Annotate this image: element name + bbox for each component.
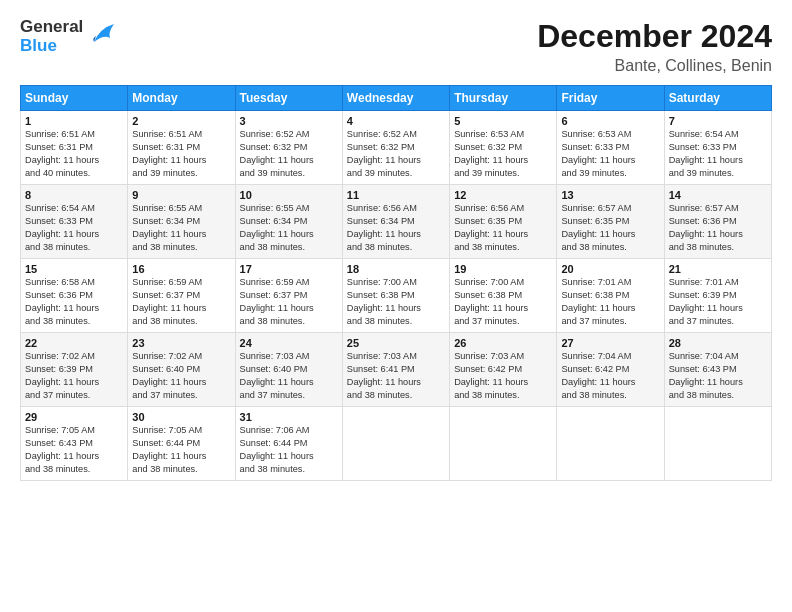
day-number: 11	[347, 189, 445, 201]
calendar-day-cell: 18Sunrise: 7:00 AMSunset: 6:38 PMDayligh…	[342, 259, 449, 333]
calendar-day-header: Saturday	[664, 86, 771, 111]
day-number: 21	[669, 263, 767, 275]
day-number: 4	[347, 115, 445, 127]
calendar-day-cell: 5Sunrise: 6:53 AMSunset: 6:32 PMDaylight…	[450, 111, 557, 185]
day-info: Sunrise: 7:02 AMSunset: 6:39 PMDaylight:…	[25, 350, 123, 402]
day-number: 8	[25, 189, 123, 201]
day-info: Sunrise: 6:59 AMSunset: 6:37 PMDaylight:…	[240, 276, 338, 328]
logo: General Blue	[20, 18, 118, 55]
day-info: Sunrise: 7:03 AMSunset: 6:40 PMDaylight:…	[240, 350, 338, 402]
day-info: Sunrise: 6:56 AMSunset: 6:34 PMDaylight:…	[347, 202, 445, 254]
calendar-week-row: 29Sunrise: 7:05 AMSunset: 6:43 PMDayligh…	[21, 407, 772, 481]
day-info: Sunrise: 6:57 AMSunset: 6:35 PMDaylight:…	[561, 202, 659, 254]
logo-bird-icon	[86, 18, 118, 55]
logo-text-line2: Blue	[20, 37, 83, 56]
day-number: 12	[454, 189, 552, 201]
day-number: 9	[132, 189, 230, 201]
day-info: Sunrise: 7:01 AMSunset: 6:38 PMDaylight:…	[561, 276, 659, 328]
calendar-day-cell: 22Sunrise: 7:02 AMSunset: 6:39 PMDayligh…	[21, 333, 128, 407]
day-number: 29	[25, 411, 123, 423]
calendar-day-header: Friday	[557, 86, 664, 111]
calendar-day-cell: 15Sunrise: 6:58 AMSunset: 6:36 PMDayligh…	[21, 259, 128, 333]
calendar-day-cell: 13Sunrise: 6:57 AMSunset: 6:35 PMDayligh…	[557, 185, 664, 259]
calendar-day-cell: 3Sunrise: 6:52 AMSunset: 6:32 PMDaylight…	[235, 111, 342, 185]
header: General Blue December 2024 Bante, Collin…	[20, 18, 772, 75]
day-info: Sunrise: 7:05 AMSunset: 6:43 PMDaylight:…	[25, 424, 123, 476]
title-section: December 2024 Bante, Collines, Benin	[537, 18, 772, 75]
calendar-day-cell	[342, 407, 449, 481]
day-info: Sunrise: 6:51 AMSunset: 6:31 PMDaylight:…	[132, 128, 230, 180]
day-info: Sunrise: 6:57 AMSunset: 6:36 PMDaylight:…	[669, 202, 767, 254]
calendar-day-cell: 30Sunrise: 7:05 AMSunset: 6:44 PMDayligh…	[128, 407, 235, 481]
day-number: 13	[561, 189, 659, 201]
day-info: Sunrise: 6:54 AMSunset: 6:33 PMDaylight:…	[25, 202, 123, 254]
day-number: 20	[561, 263, 659, 275]
calendar-day-cell	[450, 407, 557, 481]
calendar-day-cell: 1Sunrise: 6:51 AMSunset: 6:31 PMDaylight…	[21, 111, 128, 185]
day-info: Sunrise: 6:52 AMSunset: 6:32 PMDaylight:…	[240, 128, 338, 180]
day-number: 22	[25, 337, 123, 349]
day-number: 17	[240, 263, 338, 275]
day-number: 25	[347, 337, 445, 349]
day-number: 28	[669, 337, 767, 349]
calendar-header-row: SundayMondayTuesdayWednesdayThursdayFrid…	[21, 86, 772, 111]
calendar-day-cell: 28Sunrise: 7:04 AMSunset: 6:43 PMDayligh…	[664, 333, 771, 407]
day-info: Sunrise: 6:58 AMSunset: 6:36 PMDaylight:…	[25, 276, 123, 328]
calendar-day-header: Monday	[128, 86, 235, 111]
calendar-day-cell: 29Sunrise: 7:05 AMSunset: 6:43 PMDayligh…	[21, 407, 128, 481]
day-number: 10	[240, 189, 338, 201]
day-number: 5	[454, 115, 552, 127]
day-number: 16	[132, 263, 230, 275]
calendar-day-cell	[557, 407, 664, 481]
day-number: 23	[132, 337, 230, 349]
day-info: Sunrise: 7:05 AMSunset: 6:44 PMDaylight:…	[132, 424, 230, 476]
day-info: Sunrise: 6:52 AMSunset: 6:32 PMDaylight:…	[347, 128, 445, 180]
day-info: Sunrise: 7:04 AMSunset: 6:43 PMDaylight:…	[669, 350, 767, 402]
calendar-week-row: 15Sunrise: 6:58 AMSunset: 6:36 PMDayligh…	[21, 259, 772, 333]
day-info: Sunrise: 6:55 AMSunset: 6:34 PMDaylight:…	[132, 202, 230, 254]
day-info: Sunrise: 7:03 AMSunset: 6:41 PMDaylight:…	[347, 350, 445, 402]
calendar-day-cell: 20Sunrise: 7:01 AMSunset: 6:38 PMDayligh…	[557, 259, 664, 333]
calendar-day-cell: 8Sunrise: 6:54 AMSunset: 6:33 PMDaylight…	[21, 185, 128, 259]
calendar-day-cell: 2Sunrise: 6:51 AMSunset: 6:31 PMDaylight…	[128, 111, 235, 185]
calendar-day-cell	[664, 407, 771, 481]
calendar-day-cell: 6Sunrise: 6:53 AMSunset: 6:33 PMDaylight…	[557, 111, 664, 185]
day-info: Sunrise: 6:53 AMSunset: 6:33 PMDaylight:…	[561, 128, 659, 180]
day-info: Sunrise: 7:01 AMSunset: 6:39 PMDaylight:…	[669, 276, 767, 328]
calendar-day-cell: 10Sunrise: 6:55 AMSunset: 6:34 PMDayligh…	[235, 185, 342, 259]
day-number: 15	[25, 263, 123, 275]
day-number: 27	[561, 337, 659, 349]
calendar-day-cell: 14Sunrise: 6:57 AMSunset: 6:36 PMDayligh…	[664, 185, 771, 259]
calendar-week-row: 1Sunrise: 6:51 AMSunset: 6:31 PMDaylight…	[21, 111, 772, 185]
day-number: 7	[669, 115, 767, 127]
calendar-day-header: Thursday	[450, 86, 557, 111]
calendar-day-header: Tuesday	[235, 86, 342, 111]
calendar-week-row: 8Sunrise: 6:54 AMSunset: 6:33 PMDaylight…	[21, 185, 772, 259]
calendar-day-cell: 4Sunrise: 6:52 AMSunset: 6:32 PMDaylight…	[342, 111, 449, 185]
day-number: 24	[240, 337, 338, 349]
calendar-day-cell: 25Sunrise: 7:03 AMSunset: 6:41 PMDayligh…	[342, 333, 449, 407]
calendar-day-cell: 21Sunrise: 7:01 AMSunset: 6:39 PMDayligh…	[664, 259, 771, 333]
logo-text-line1: General	[20, 18, 83, 37]
day-info: Sunrise: 6:51 AMSunset: 6:31 PMDaylight:…	[25, 128, 123, 180]
calendar-day-cell: 9Sunrise: 6:55 AMSunset: 6:34 PMDaylight…	[128, 185, 235, 259]
calendar-day-cell: 17Sunrise: 6:59 AMSunset: 6:37 PMDayligh…	[235, 259, 342, 333]
calendar-day-header: Wednesday	[342, 86, 449, 111]
day-info: Sunrise: 7:02 AMSunset: 6:40 PMDaylight:…	[132, 350, 230, 402]
subtitle: Bante, Collines, Benin	[537, 57, 772, 75]
calendar-day-cell: 16Sunrise: 6:59 AMSunset: 6:37 PMDayligh…	[128, 259, 235, 333]
calendar-day-cell: 11Sunrise: 6:56 AMSunset: 6:34 PMDayligh…	[342, 185, 449, 259]
calendar-week-row: 22Sunrise: 7:02 AMSunset: 6:39 PMDayligh…	[21, 333, 772, 407]
day-number: 19	[454, 263, 552, 275]
calendar-day-cell: 24Sunrise: 7:03 AMSunset: 6:40 PMDayligh…	[235, 333, 342, 407]
day-info: Sunrise: 6:54 AMSunset: 6:33 PMDaylight:…	[669, 128, 767, 180]
day-info: Sunrise: 7:04 AMSunset: 6:42 PMDaylight:…	[561, 350, 659, 402]
day-info: Sunrise: 6:55 AMSunset: 6:34 PMDaylight:…	[240, 202, 338, 254]
calendar-day-cell: 26Sunrise: 7:03 AMSunset: 6:42 PMDayligh…	[450, 333, 557, 407]
day-info: Sunrise: 7:03 AMSunset: 6:42 PMDaylight:…	[454, 350, 552, 402]
day-info: Sunrise: 7:00 AMSunset: 6:38 PMDaylight:…	[454, 276, 552, 328]
calendar-day-cell: 7Sunrise: 6:54 AMSunset: 6:33 PMDaylight…	[664, 111, 771, 185]
calendar-day-cell: 12Sunrise: 6:56 AMSunset: 6:35 PMDayligh…	[450, 185, 557, 259]
day-number: 26	[454, 337, 552, 349]
day-info: Sunrise: 6:59 AMSunset: 6:37 PMDaylight:…	[132, 276, 230, 328]
